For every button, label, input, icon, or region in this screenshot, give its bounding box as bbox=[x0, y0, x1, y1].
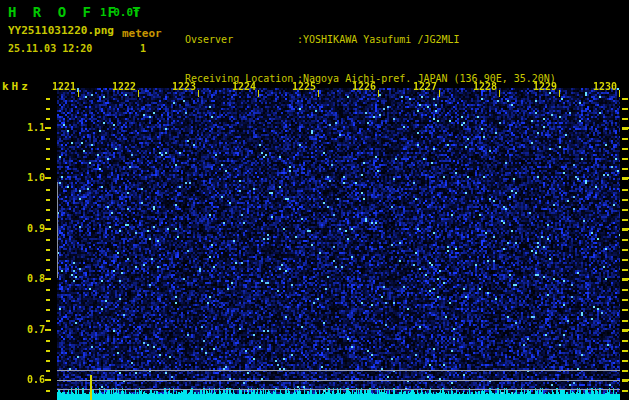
axis-tick bbox=[622, 128, 628, 130]
axis-tick bbox=[46, 340, 50, 342]
axis-tick bbox=[45, 228, 51, 230]
axis-tick bbox=[622, 148, 628, 150]
axis-tick bbox=[45, 379, 51, 381]
axis-tick bbox=[622, 158, 628, 160]
axis-tick bbox=[439, 90, 440, 97]
axis-tick bbox=[622, 209, 628, 211]
grid-hline bbox=[57, 380, 620, 381]
time-axis-label: 1222 bbox=[106, 81, 136, 92]
axis-tick bbox=[622, 350, 628, 352]
meteor-echo-marker bbox=[90, 375, 92, 400]
axis-tick bbox=[318, 90, 319, 97]
axis-tick bbox=[46, 309, 50, 311]
time-axis-label: 1221 bbox=[46, 81, 76, 92]
freq-axis-label: 0.6 bbox=[2, 374, 45, 385]
axis-tick bbox=[46, 138, 50, 140]
axis-tick bbox=[45, 177, 51, 179]
echo-count: 1 bbox=[140, 43, 146, 54]
axis-tick bbox=[46, 350, 50, 352]
info-label: Ovserver bbox=[185, 33, 297, 46]
axis-tick bbox=[622, 330, 628, 332]
time-axis-label: 1226 bbox=[346, 81, 376, 92]
axis-tick bbox=[622, 390, 628, 392]
axis-tick bbox=[46, 239, 50, 241]
axis-tick bbox=[622, 370, 628, 372]
axis-tick bbox=[46, 360, 50, 362]
time-axis-label: 1230 bbox=[587, 81, 617, 92]
axis-tick bbox=[622, 239, 628, 241]
time-axis-label: 1224 bbox=[226, 81, 256, 92]
info-value: :YOSHIKAWA Yasufumi /JG2MLI bbox=[297, 34, 460, 45]
time-axis-label: 1228 bbox=[467, 81, 497, 92]
axis-tick bbox=[622, 189, 628, 191]
freq-axis-label: 0.7 bbox=[2, 324, 45, 335]
freq-axis-unit: kHz bbox=[2, 80, 31, 93]
axis-tick bbox=[622, 269, 628, 271]
axis-tick bbox=[499, 90, 500, 97]
axis-tick bbox=[622, 320, 628, 322]
axis-tick bbox=[46, 219, 50, 221]
axis-tick bbox=[378, 90, 379, 97]
axis-tick bbox=[622, 279, 628, 281]
axis-tick bbox=[45, 278, 51, 280]
axis-tick bbox=[258, 90, 259, 97]
axis-tick bbox=[622, 299, 628, 301]
axis-tick bbox=[46, 249, 50, 251]
axis-tick bbox=[622, 309, 628, 311]
axis-tick bbox=[622, 360, 628, 362]
axis-tick bbox=[622, 118, 628, 120]
axis-tick bbox=[46, 259, 50, 261]
freq-axis-label: 0.8 bbox=[2, 273, 45, 284]
axis-tick bbox=[622, 259, 628, 261]
axis-tick bbox=[622, 108, 628, 110]
freq-axis-label: 1.1 bbox=[2, 122, 45, 133]
axis-tick bbox=[46, 209, 50, 211]
axis-tick bbox=[46, 158, 50, 160]
axis-tick bbox=[46, 189, 50, 191]
axis-tick bbox=[46, 98, 50, 100]
grid-hline bbox=[57, 370, 620, 371]
date-time: 25.11.03 12:20 bbox=[8, 43, 92, 54]
hrofft-window: H R O F F T 1.0.0f YY2511031220.png mete… bbox=[0, 0, 629, 400]
axis-tick bbox=[622, 249, 628, 251]
axis-tick bbox=[622, 168, 628, 170]
time-axis-label: 1225 bbox=[286, 81, 316, 92]
axis-tick bbox=[46, 370, 50, 372]
axis-tick bbox=[622, 340, 628, 342]
axis-tick bbox=[46, 299, 50, 301]
axis-tick bbox=[198, 90, 199, 97]
axis-tick bbox=[46, 148, 50, 150]
axis-tick bbox=[622, 138, 628, 140]
axis-tick bbox=[46, 168, 50, 170]
axis-tick bbox=[622, 98, 628, 100]
axis-tick bbox=[619, 90, 620, 97]
axis-tick bbox=[622, 229, 628, 231]
axis-tick bbox=[46, 289, 50, 291]
output-filename: YY2511031220.png bbox=[8, 24, 114, 37]
app-version: 1.0.0f bbox=[100, 6, 140, 19]
mode-label: meteor bbox=[122, 27, 162, 40]
time-axis-label: 1229 bbox=[527, 81, 557, 92]
axis-tick bbox=[46, 108, 50, 110]
spectrogram-canvas bbox=[57, 88, 620, 400]
axis-tick bbox=[78, 90, 79, 97]
grid-hline bbox=[57, 389, 620, 390]
axis-tick bbox=[46, 390, 50, 392]
axis-tick bbox=[559, 90, 560, 97]
axis-tick bbox=[622, 199, 628, 201]
axis-tick bbox=[46, 269, 50, 271]
axis-tick bbox=[622, 289, 628, 291]
freq-range-marker bbox=[57, 182, 58, 278]
axis-tick bbox=[138, 90, 139, 97]
axis-tick bbox=[46, 199, 50, 201]
time-axis-label: 1227 bbox=[407, 81, 437, 92]
axis-tick bbox=[45, 329, 51, 331]
info-row-observer: Ovserver:YOSHIKAWA Yasufumi /JG2MLI bbox=[185, 33, 556, 46]
freq-axis-label: 1.0 bbox=[2, 172, 45, 183]
time-axis-label: 1223 bbox=[166, 81, 196, 92]
axis-tick bbox=[46, 320, 50, 322]
axis-tick bbox=[45, 127, 51, 129]
axis-tick bbox=[622, 178, 628, 180]
axis-tick bbox=[622, 219, 628, 221]
axis-tick bbox=[622, 380, 628, 382]
